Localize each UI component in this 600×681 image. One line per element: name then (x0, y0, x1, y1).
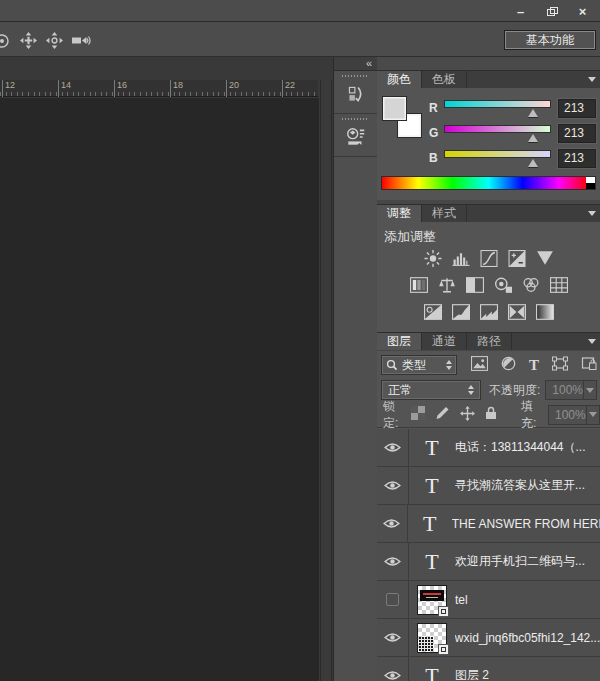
dropdown-arrow-icon[interactable] (586, 406, 599, 424)
lock-position-icon[interactable] (460, 406, 475, 424)
lock-transparency-icon[interactable] (411, 406, 425, 423)
layer-name[interactable]: 欢迎用手机扫二维码与... (455, 553, 585, 570)
layer-row[interactable]: tel (377, 581, 600, 619)
curves-button[interactable] (480, 250, 498, 267)
layer-filter-row: 类型 T (377, 353, 600, 377)
green-gradient (444, 125, 551, 133)
layer-row[interactable]: T 寻找潮流答案从这里开... (377, 467, 600, 505)
adjustments-panel-tabs: 调整 样式 (377, 204, 600, 222)
color-balance-button[interactable] (438, 277, 456, 293)
red-value-field[interactable]: 213 (558, 99, 596, 118)
layer-name[interactable]: 寻找潮流答案从这里开... (455, 477, 585, 494)
layer-name[interactable]: 电话：13811344044（... (455, 439, 586, 456)
vertical-scrollbar[interactable] (320, 80, 332, 681)
properties-panel-button[interactable] (334, 114, 377, 157)
move-view-icon[interactable] (46, 32, 63, 49)
history-panel-button[interactable] (334, 71, 377, 114)
layer-filter-kind-select[interactable]: 类型 (381, 355, 457, 375)
canvas[interactable] (0, 98, 319, 681)
layer-thumbnail[interactable] (417, 585, 447, 615)
red-slider-thumb[interactable] (528, 109, 538, 117)
visibility-toggle[interactable] (377, 467, 409, 504)
color-lookup-button[interactable] (550, 277, 568, 293)
shape-layer-filter-icon[interactable] (552, 356, 568, 374)
color-spectrum-ramp[interactable] (381, 176, 596, 190)
tab-swatches[interactable]: 色板 (422, 71, 467, 88)
expand-panels-button[interactable]: « (366, 57, 371, 69)
drag-grip (342, 75, 369, 77)
panel-menu-icon[interactable] (588, 77, 596, 82)
eye-icon (384, 556, 401, 567)
selective-color-button[interactable] (536, 304, 554, 320)
hue-saturation-button[interactable] (410, 277, 428, 293)
layer-row[interactable]: T 电话：13811344044（... (377, 429, 600, 467)
video-audio-icon[interactable] (72, 34, 92, 47)
layer-name[interactable]: THE ANSWER FROM HERE (452, 517, 600, 531)
red-slider[interactable] (444, 98, 551, 118)
pixel-layer-filter-icon[interactable] (471, 356, 488, 374)
color-panel-tabs: 颜色 色板 (377, 70, 600, 88)
smart-object-filter-icon[interactable] (581, 356, 597, 374)
visibility-toggle[interactable] (377, 543, 409, 580)
levels-button[interactable] (452, 250, 470, 267)
restore-button[interactable] (536, 0, 567, 22)
fill-combo[interactable]: 100% (548, 405, 600, 425)
panel-column: 颜色 色板 R 213 G (377, 57, 600, 681)
blue-value-field[interactable]: 213 (558, 149, 596, 168)
visibility-toggle[interactable] (377, 657, 409, 681)
green-value-field[interactable]: 213 (558, 124, 596, 143)
layer-row[interactable]: T THE ANSWER FROM HERE (377, 505, 600, 543)
panel-menu-icon[interactable] (588, 211, 596, 216)
layer-row[interactable]: T 欢迎用手机扫二维码与... (377, 543, 600, 581)
blue-slider-thumb[interactable] (528, 159, 538, 167)
foreground-color-swatch[interactable] (382, 96, 407, 121)
green-slider[interactable] (444, 123, 551, 143)
visibility-toggle[interactable] (377, 429, 409, 466)
layer-name[interactable]: wxid_jnq6fbc05fhi12_142... (455, 631, 600, 645)
type-layer-filter-icon[interactable]: T (529, 357, 539, 374)
adjustment-layer-filter-icon[interactable] (501, 356, 516, 374)
layer-name[interactable]: 图层 2 (455, 667, 489, 681)
tab-layers[interactable]: 图层 (377, 333, 422, 350)
minimize-button[interactable]: – (505, 0, 536, 22)
close-button[interactable]: × (567, 0, 598, 22)
layer-thumbnail[interactable] (417, 623, 447, 653)
visibility-toggle[interactable] (377, 619, 409, 656)
tab-paths[interactable]: 路径 (467, 333, 512, 350)
lock-paint-icon[interactable] (435, 406, 450, 423)
panel-menu-icon[interactable] (588, 339, 596, 344)
eye-icon (384, 632, 401, 643)
rotate-view-icon[interactable] (0, 33, 11, 49)
workspace-switcher-label: 基本功能 (526, 32, 574, 49)
layer-row[interactable]: wxid_jnq6fbc05fhi12_142... (377, 619, 600, 657)
vibrance-button[interactable] (536, 250, 554, 267)
workspace-switcher[interactable]: 基本功能 (504, 30, 596, 50)
channel-mixer-button[interactable] (522, 277, 540, 293)
pan-view-icon[interactable] (20, 32, 37, 49)
tab-channels[interactable]: 通道 (422, 333, 467, 350)
black-white-button[interactable] (466, 277, 484, 293)
horizontal-ruler[interactable]: 12 14 16 18 20 22 (0, 80, 318, 97)
invert-button[interactable] (424, 304, 442, 320)
tab-styles[interactable]: 样式 (422, 205, 467, 222)
layer-row[interactable]: T 图层 2 (377, 657, 600, 681)
green-slider-thumb[interactable] (528, 134, 538, 142)
posterize-button[interactable] (452, 304, 470, 320)
brightness-contrast-button[interactable] (424, 250, 442, 267)
tab-color[interactable]: 颜色 (377, 71, 422, 88)
threshold-button[interactable] (480, 304, 498, 320)
tab-adjustments[interactable]: 调整 (377, 205, 422, 222)
lock-all-icon[interactable] (485, 406, 497, 423)
photo-filter-button[interactable] (494, 277, 512, 293)
exposure-button[interactable] (508, 250, 526, 267)
gradient-map-button[interactable] (508, 304, 526, 320)
blue-slider[interactable] (444, 148, 551, 168)
visibility-toggle[interactable] (377, 581, 409, 618)
opacity-combo[interactable]: 100% (545, 380, 597, 400)
properties-panel-icon (345, 126, 367, 148)
spectrum-bw-cap[interactable] (586, 177, 595, 189)
visibility-toggle[interactable] (377, 505, 408, 542)
layer-name[interactable]: tel (455, 593, 468, 607)
text-layer-icon: T (425, 549, 438, 575)
dropdown-arrow-icon[interactable] (583, 381, 596, 399)
